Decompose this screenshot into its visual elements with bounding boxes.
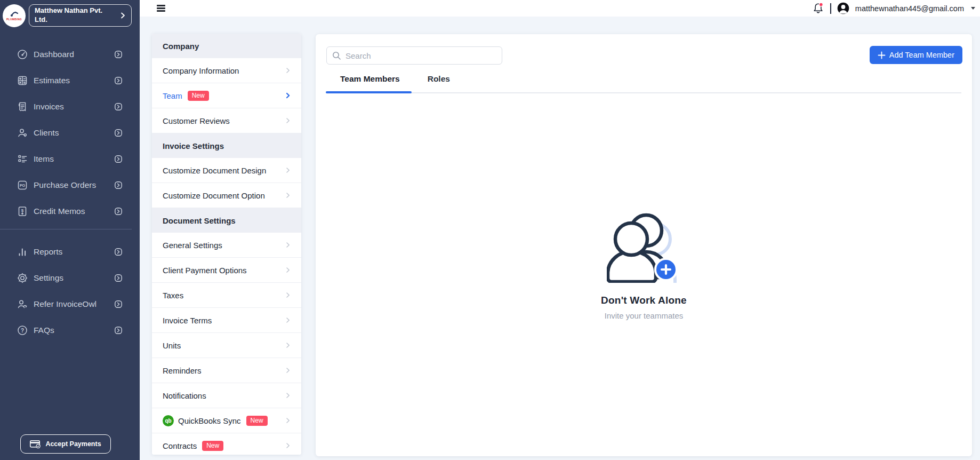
sidebar-item-label: Clients xyxy=(34,128,59,138)
sidebar-item-reports[interactable]: Reports xyxy=(0,239,140,265)
settings-row-general-settings[interactable]: General Settings xyxy=(152,233,301,258)
tab-roles[interactable]: Roles xyxy=(414,70,464,88)
chevron-right-icon xyxy=(284,392,292,399)
reports-icon xyxy=(17,246,28,258)
settings-row-reminders[interactable]: Reminders xyxy=(152,358,301,383)
user-email[interactable]: matthewnathan445@gmail.com xyxy=(855,4,964,13)
chevron-right-icon xyxy=(118,11,127,20)
row-label: QuickBooks Sync xyxy=(178,416,241,425)
settings-row-customize-document-design[interactable]: Customize Document Design xyxy=(152,158,301,183)
faqs-icon: ? xyxy=(17,324,28,336)
sidebar-header: PLUMBING Matthew Nathan Pvt. Ltd. xyxy=(0,0,140,27)
settings-row-quickbooks-sync[interactable]: qb QuickBooks Sync New xyxy=(152,408,301,433)
row-label: Team xyxy=(163,91,182,100)
sidebar-item-clients[interactable]: Clients xyxy=(0,120,140,146)
sidebar-nav-secondary: Reports Settings xyxy=(0,239,140,343)
active-tab-underline xyxy=(326,91,412,93)
chevron-right-icon xyxy=(284,291,292,299)
dashboard-icon xyxy=(17,49,28,60)
sidebar-item-estimates[interactable]: Estimates xyxy=(0,67,140,93)
chevron-right-icon xyxy=(284,166,292,174)
sidebar-item-label: Estimates xyxy=(34,76,70,85)
svg-text:PO: PO xyxy=(20,183,26,187)
sidebar-item-label: Purchase Orders xyxy=(34,180,96,190)
sidebar-item-label: Invoices xyxy=(34,102,64,112)
settings-section-company: Company xyxy=(152,34,301,58)
clients-icon xyxy=(17,127,28,139)
settings-row-customize-document-option[interactable]: Customize Document Option xyxy=(152,183,301,208)
open-chevron-icon xyxy=(114,102,123,111)
settings-row-units[interactable]: Units xyxy=(152,333,301,358)
settings-row-team[interactable]: Team New xyxy=(152,83,301,108)
plumbing-logo-icon xyxy=(10,11,19,17)
chevron-right-icon xyxy=(284,316,292,324)
sidebar-item-purchase-orders[interactable]: PO Purchase Orders xyxy=(0,172,140,198)
topbar: matthewnathan445@gmail.com xyxy=(140,0,980,17)
add-team-member-label: Add Team Member xyxy=(889,51,954,59)
new-badge: New xyxy=(188,91,209,101)
estimates-icon xyxy=(17,75,28,86)
topbar-divider xyxy=(830,3,831,14)
sidebar: PLUMBING Matthew Nathan Pvt. Ltd. Dashbo… xyxy=(0,0,140,460)
sidebar-item-faqs[interactable]: ? FAQs xyxy=(0,317,140,343)
chevron-right-icon xyxy=(284,266,292,274)
chevron-right-icon xyxy=(284,241,292,249)
search-input[interactable] xyxy=(346,51,496,60)
settings-row-invoice-terms[interactable]: Invoice Terms xyxy=(152,308,301,333)
svg-text:$: $ xyxy=(21,208,24,213)
row-label: Invoice Terms xyxy=(163,316,212,325)
accept-payments-button[interactable]: Accept Payments xyxy=(20,434,111,454)
add-team-member-button[interactable]: Add Team Member xyxy=(870,46,962,64)
settings-row-customer-reviews[interactable]: Customer Reviews xyxy=(152,108,301,133)
sidebar-nav-primary: Dashboard Estimates xyxy=(0,41,140,224)
sidebar-item-label: Reports xyxy=(34,247,62,257)
sidebar-item-items[interactable]: Items xyxy=(0,146,140,172)
settings-row-taxes[interactable]: Taxes xyxy=(152,283,301,308)
company-logo[interactable]: PLUMBING xyxy=(3,4,26,27)
tab-team-members[interactable]: Team Members xyxy=(326,70,414,88)
new-badge: New xyxy=(202,441,223,451)
sidebar-item-dashboard[interactable]: Dashboard xyxy=(0,41,140,67)
sidebar-item-label: Dashboard xyxy=(34,50,74,59)
settings-row-notifications[interactable]: Notifications xyxy=(152,383,301,408)
row-label: Reminders xyxy=(163,366,202,375)
logo-text: PLUMBING xyxy=(6,18,22,21)
row-label: Client Payment Options xyxy=(163,266,247,275)
empty-state-subtitle: Invite your teammates xyxy=(316,311,972,320)
tab-separator-line xyxy=(326,92,961,93)
settings-row-company-information[interactable]: Company Information xyxy=(152,58,301,83)
row-label: Taxes xyxy=(163,291,183,300)
quickbooks-icon: qb xyxy=(163,415,174,426)
account-dropdown-caret-icon[interactable] xyxy=(971,7,975,10)
notifications-bell-icon[interactable] xyxy=(812,2,824,14)
row-label: Customize Document Option xyxy=(163,191,265,200)
sidebar-item-settings[interactable]: Settings xyxy=(0,265,140,291)
credit-memos-icon: $ xyxy=(17,205,28,217)
hamburger-menu-icon[interactable] xyxy=(157,5,165,12)
sidebar-item-label: Items xyxy=(34,154,54,164)
open-chevron-icon xyxy=(114,248,123,256)
settings-row-client-payment-options[interactable]: Client Payment Options xyxy=(152,258,301,283)
company-switcher[interactable]: Matthew Nathan Pvt. Ltd. xyxy=(29,4,132,27)
open-chevron-icon xyxy=(114,274,123,282)
invoices-icon xyxy=(17,101,28,113)
items-icon xyxy=(17,153,28,165)
sidebar-item-invoices[interactable]: Invoices xyxy=(0,93,140,120)
credit-card-icon xyxy=(30,440,41,448)
settings-panel: Company Company Information Team New Cus… xyxy=(152,34,301,455)
chevron-right-icon xyxy=(284,117,292,124)
settings-row-contracts[interactable]: Contracts New xyxy=(152,433,301,455)
row-label: Notifications xyxy=(163,391,206,400)
sidebar-item-credit-memos[interactable]: $ Credit Memos xyxy=(0,198,140,224)
accept-payments-label: Accept Payments xyxy=(45,440,101,448)
tabs: Team Members Roles xyxy=(326,70,464,88)
chevron-right-icon xyxy=(284,67,292,74)
chevron-right-icon xyxy=(284,92,292,99)
chevron-right-icon xyxy=(284,417,292,424)
user-avatar[interactable] xyxy=(837,2,849,14)
teammates-illustration xyxy=(607,208,681,283)
settings-icon xyxy=(17,272,28,284)
open-chevron-icon xyxy=(114,129,123,137)
svg-text:?: ? xyxy=(21,327,24,333)
sidebar-item-refer-invoiceowl[interactable]: Refer InvoiceOwl xyxy=(0,291,140,317)
